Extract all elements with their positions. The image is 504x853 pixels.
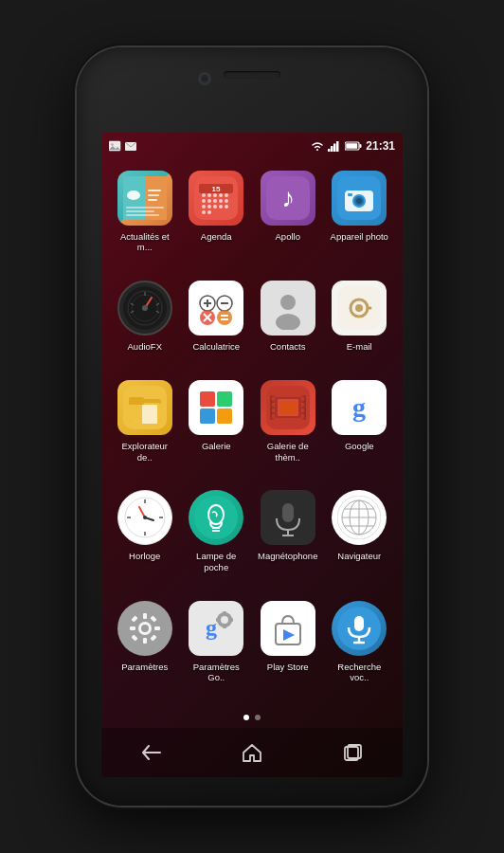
lampe-icon — [189, 490, 243, 545]
svg-rect-98 — [301, 408, 304, 412]
google-label: Google — [345, 441, 374, 451]
svg-point-76 — [355, 304, 363, 312]
app-email[interactable]: E-mail — [324, 273, 396, 372]
svg-rect-87 — [217, 408, 232, 424]
app-google[interactable]: g Google — [324, 372, 396, 482]
status-time: 21:31 — [366, 139, 395, 153]
app-navigateur[interactable]: Navigateur — [324, 482, 396, 592]
phone-screen: 21:31 — [101, 133, 403, 777]
svg-rect-13 — [145, 176, 167, 220]
svg-rect-17 — [148, 199, 157, 201]
status-bar: 21:31 — [101, 133, 403, 159]
svg-point-58 — [142, 305, 148, 311]
svg-rect-81 — [129, 397, 144, 405]
app-actualites[interactable]: Actualités et m... — [109, 163, 181, 273]
galerie-label: Galerie — [202, 441, 231, 451]
status-indicators: 21:31 — [311, 139, 395, 153]
svg-rect-7 — [333, 144, 336, 153]
svg-rect-97 — [301, 403, 304, 407]
svg-rect-86 — [200, 408, 215, 424]
svg-point-47 — [356, 198, 362, 204]
galerie-themes-label: Galerie de thèm.. — [257, 441, 319, 463]
svg-rect-92 — [272, 397, 275, 401]
svg-rect-99 — [301, 414, 304, 418]
app-calculatrice[interactable]: Calculatrice — [181, 273, 253, 372]
email-label: E-mail — [347, 341, 372, 352]
svg-rect-18 — [126, 207, 164, 209]
status-notifications — [109, 140, 137, 152]
svg-point-112 — [143, 516, 147, 519]
camera — [200, 74, 209, 83]
svg-point-33 — [207, 205, 211, 209]
navigateur-label: Navigateur — [337, 551, 381, 561]
svg-point-142 — [221, 616, 228, 624]
audiofx-icon — [117, 281, 172, 336]
svg-point-68 — [217, 310, 232, 325]
app-lampe[interactable]: Lampe de poche — [181, 482, 253, 592]
svg-point-72 — [280, 295, 296, 310]
parametres-label: Paramètres — [121, 662, 168, 672]
svg-point-24 — [213, 193, 217, 197]
galerie-icon — [189, 380, 243, 435]
svg-rect-85 — [217, 391, 232, 407]
svg-rect-11 — [346, 143, 357, 149]
app-appareil[interactable]: Appareil photo — [324, 163, 396, 273]
svg-rect-21 — [194, 176, 238, 220]
email-notification-icon — [125, 140, 137, 152]
svg-rect-132 — [143, 638, 147, 644]
galerie-themes-icon — [261, 380, 315, 435]
app-magneto[interactable]: Magnétophone — [252, 482, 324, 592]
svg-point-27 — [202, 199, 206, 203]
svg-point-30 — [219, 199, 223, 203]
magneto-label: Magnétophone — [258, 551, 317, 561]
app-explorateur[interactable]: Explorateur de.. — [109, 372, 181, 482]
svg-rect-10 — [360, 144, 362, 148]
svg-rect-143 — [223, 611, 226, 615]
app-parametres[interactable]: Paramètres — [109, 593, 181, 703]
svg-rect-133 — [130, 626, 135, 630]
app-horloge[interactable]: Horloge — [109, 482, 181, 592]
svg-point-23 — [207, 193, 211, 197]
phone-top-bar — [77, 47, 427, 131]
svg-point-29 — [213, 199, 217, 203]
svg-point-35 — [219, 205, 223, 209]
parametres-go-label: Paramètres Go.. — [185, 662, 247, 683]
app-apollo[interactable]: ♪ Apollo — [252, 163, 324, 273]
contacts-label: Contacts — [270, 341, 306, 352]
actualites-icon — [117, 171, 172, 226]
magneto-icon — [261, 490, 315, 545]
svg-rect-82 — [142, 405, 157, 424]
wifi-icon — [311, 140, 324, 152]
image-notification-icon — [109, 140, 121, 152]
app-audiofx[interactable]: AudioFX — [109, 273, 181, 372]
svg-rect-93 — [272, 403, 275, 407]
app-galerie-themes[interactable]: Galerie de thèm.. — [252, 372, 324, 482]
battery-icon — [345, 140, 362, 152]
playstore-label: Play Store — [267, 662, 309, 672]
svg-point-37 — [202, 210, 206, 214]
app-galerie[interactable]: Galerie — [181, 372, 253, 482]
svg-point-113 — [194, 496, 238, 539]
svg-point-22 — [202, 193, 206, 197]
actualites-label: Actualités et m... — [114, 231, 176, 253]
svg-text:g: g — [352, 392, 366, 422]
app-parametres-go[interactable]: g Paramètres Go.. — [181, 593, 253, 703]
svg-rect-95 — [272, 414, 275, 418]
svg-rect-145 — [216, 618, 220, 622]
svg-rect-15 — [148, 190, 161, 191]
app-agenda[interactable]: 15 Agenda — [181, 163, 253, 273]
agenda-label: Agenda — [201, 231, 232, 242]
app-playstore[interactable]: Play Store — [252, 593, 324, 703]
app-contacts[interactable]: Contacts — [252, 273, 324, 372]
svg-point-36 — [225, 205, 228, 209]
svg-point-26 — [225, 193, 228, 197]
appareil-label: Appareil photo — [331, 231, 388, 242]
svg-rect-16 — [148, 194, 159, 196]
svg-point-34 — [213, 205, 217, 209]
svg-text:♪: ♪ — [281, 183, 295, 212]
svg-point-28 — [207, 199, 211, 203]
svg-rect-19 — [126, 210, 154, 212]
email-icon — [332, 281, 387, 336]
svg-point-32 — [202, 205, 206, 209]
app-recherche[interactable]: Recherche voc.. — [324, 593, 396, 703]
